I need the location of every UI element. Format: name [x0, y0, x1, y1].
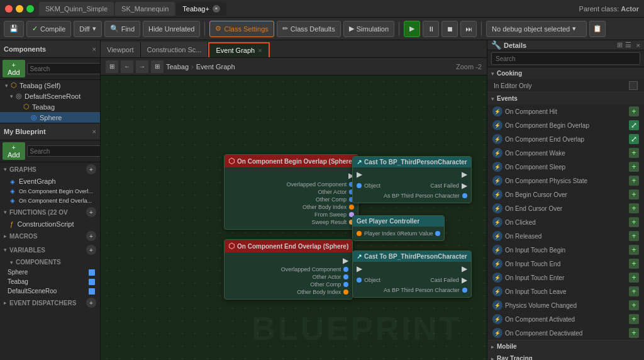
graphs-section-header[interactable]: ▾ GRAPHS +: [0, 162, 100, 176]
event-component-activated[interactable]: ⚡ On Component Activated +: [487, 312, 644, 326]
tab-construction-script[interactable]: Construction Sc...: [141, 42, 209, 57]
skip-button[interactable]: ⏭: [460, 21, 477, 37]
tree-item-sphere[interactable]: ▸ ◎ Sphere: [0, 112, 100, 123]
event-input-touch-begin[interactable]: ⚡ On Input Touch Begin +: [487, 243, 644, 257]
add-released-button[interactable]: +: [629, 231, 639, 241]
event-on-component-sleep[interactable]: ⚡ On Component Sleep +: [487, 160, 644, 174]
diff-button[interactable]: Diff ▾: [74, 21, 101, 37]
find-button[interactable]: 🔍 Find: [104, 21, 140, 37]
simulation-button[interactable]: ▶ Simulation: [343, 21, 394, 37]
graph-item-begin-overlap[interactable]: ◈ On Component Begin Overl...: [0, 186, 100, 196]
back-button[interactable]: ⊞: [106, 60, 118, 73]
event-on-component-end-overlap[interactable]: ⚡ On Component End Overlap ⤢: [487, 132, 644, 146]
details-search-input[interactable]: [491, 52, 640, 65]
add-deactivated-button[interactable]: +: [629, 328, 639, 338]
add-function-button[interactable]: +: [86, 207, 96, 217]
node-get-player-controller[interactable]: Get Player Controller Player Index 0 Ret…: [352, 215, 445, 241]
class-defaults-button[interactable]: ✏ Class Defaults: [277, 21, 341, 37]
add-touch-end-button[interactable]: +: [629, 259, 639, 269]
tree-item-teabag-self[interactable]: ▾ ⬡ Teabag (Self): [0, 80, 100, 91]
add-event-button[interactable]: +: [629, 106, 639, 116]
blueprint-canvas[interactable]: ⬡ On Component Begin Overlap (Sphere) ▶ …: [101, 76, 487, 360]
add-wake-button[interactable]: +: [629, 148, 639, 158]
add-begin-cursor-button[interactable]: +: [629, 189, 639, 200]
event-end-cursor-over[interactable]: ⚡ On End Cursor Over +: [487, 201, 644, 215]
add-clicked-button[interactable]: +: [629, 217, 639, 227]
functions-section-header[interactable]: ▾ FUNCTIONS (22 Ov +: [0, 205, 100, 219]
graph-item-eventgraph[interactable]: ◈ EventGraph: [0, 176, 100, 186]
event-input-touch-leave[interactable]: ⚡ On Input Touch Leave +: [487, 284, 644, 298]
add-end-cursor-button[interactable]: +: [629, 203, 639, 213]
var-sphere[interactable]: Sphere: [0, 267, 100, 277]
event-on-component-begin-overlap[interactable]: ⚡ On Component Begin Overlap ⤢: [487, 118, 644, 132]
mobile-section-header[interactable]: ▸ Mobile: [487, 340, 644, 352]
tab-close-icon[interactable]: ×: [213, 5, 220, 13]
pause-button[interactable]: ⏸: [423, 21, 439, 37]
node-cast-end[interactable]: ↗ Cast To BP_ThirdPersonCharacter ▶▶ Obj…: [352, 250, 472, 298]
node-cast-begin[interactable]: ↗ Cast To BP_ThirdPersonCharacter ▶▶ Obj…: [352, 156, 472, 203]
save-button[interactable]: 💾: [4, 21, 24, 37]
event-input-touch-enter[interactable]: ⚡ On Input Touch Enter +: [487, 271, 644, 284]
macros-section-header[interactable]: ▸ MACROS +: [0, 229, 100, 243]
add-graph-button[interactable]: +: [86, 164, 96, 174]
event-clicked[interactable]: ⚡ On Clicked +: [487, 215, 644, 229]
event-component-deactivated[interactable]: ⚡ On Component Deactivated +: [487, 326, 644, 340]
nav-right-button[interactable]: →: [136, 60, 148, 73]
class-settings-button[interactable]: ⚙ Class Settings: [209, 21, 274, 37]
add-begin-overlap-button[interactable]: ⤢: [629, 120, 639, 130]
blueprint-search-input[interactable]: [27, 145, 101, 157]
tab-sk-mannequin[interactable]: SK_Mannequin: [115, 2, 175, 16]
add-touch-begin-button[interactable]: +: [629, 245, 639, 255]
minimize-button[interactable]: [16, 5, 23, 13]
hide-unrelated-button[interactable]: Hide Unrelated: [143, 21, 200, 37]
components-search-input[interactable]: [27, 63, 101, 74]
function-item-constructionscript[interactable]: ƒ ConstructionScript: [0, 219, 100, 229]
components-var-section[interactable]: ▾ Components: [0, 257, 100, 267]
add-macro-button[interactable]: +: [86, 231, 96, 241]
add-end-overlap-button[interactable]: ⤢: [629, 134, 639, 144]
tab-event-graph[interactable]: Event Graph ×: [208, 42, 269, 57]
variables-section-header[interactable]: ▾ VARIABLES +: [0, 243, 100, 257]
tree-item-teabag[interactable]: ▸ ⬡ Teabag: [0, 101, 100, 112]
tab-skm-quinn[interactable]: SKM_Quinn_Simple: [39, 2, 114, 16]
compile-button[interactable]: ✓ Compile: [26, 21, 71, 37]
add-physics-button[interactable]: +: [629, 176, 639, 186]
my-blueprint-close-icon[interactable]: ×: [92, 128, 96, 135]
events-section-header[interactable]: ▾ Events: [487, 93, 644, 104]
node-end-overlap[interactable]: ⬡ On Component End Overlap (Sphere) ▶ Ov…: [224, 239, 353, 300]
add-touch-leave-button[interactable]: +: [629, 286, 639, 296]
stop-button[interactable]: ⏹: [441, 21, 458, 37]
graph-item-end-overlap[interactable]: ◈ On Component End Overla...: [0, 196, 100, 205]
add-sleep-button[interactable]: +: [629, 162, 639, 172]
details-list-icon[interactable]: ☰: [625, 41, 631, 49]
event-on-component-wake[interactable]: ⚡ On Component Wake +: [487, 146, 644, 160]
event-on-component-hit[interactable]: ⚡ On Component Hit +: [487, 104, 644, 118]
add-activated-button[interactable]: +: [629, 314, 639, 324]
close-button[interactable]: [5, 5, 13, 13]
event-physics-volume[interactable]: ⚡ Physics Volume Changed +: [487, 298, 644, 312]
tree-item-defaultsceneroot[interactable]: ▾ ◎ DefaultSceneRoot: [0, 91, 100, 101]
var-teabag[interactable]: Teabag: [0, 277, 100, 286]
add-blueprint-button[interactable]: + Add: [3, 142, 25, 160]
add-event-dispatcher-button[interactable]: +: [86, 298, 96, 308]
play-button[interactable]: ▶: [404, 21, 420, 37]
add-component-button[interactable]: + Add: [3, 60, 25, 77]
debug-object-dropdown[interactable]: No debug object selected ▾: [486, 21, 587, 37]
event-released[interactable]: ⚡ On Released +: [487, 229, 644, 243]
maximize-button[interactable]: [26, 5, 34, 13]
tab-teabag[interactable]: Teabag+ ×: [176, 2, 226, 16]
add-physics-volume-button[interactable]: +: [629, 300, 639, 310]
event-input-touch-end[interactable]: ⚡ On Input Touch End +: [487, 257, 644, 271]
debug-extra-button[interactable]: 📋: [589, 21, 606, 37]
add-variable-button[interactable]: +: [86, 245, 96, 255]
components-close-icon[interactable]: ×: [92, 45, 96, 53]
ray-tracing-section-header[interactable]: ▸ Ray Tracing: [487, 352, 644, 360]
details-grid-icon[interactable]: ⊞: [617, 41, 623, 49]
tab-viewport[interactable]: Viewport: [101, 42, 141, 57]
var-defaultsceneroot[interactable]: DefaultSceneRoo: [0, 286, 100, 296]
event-begin-cursor-over[interactable]: ⚡ On Begin Cursor Over +: [487, 188, 644, 201]
details-close-icon[interactable]: ×: [636, 42, 640, 49]
add-touch-enter-button[interactable]: +: [629, 273, 639, 283]
node-begin-overlap[interactable]: ⬡ On Component Begin Overlap (Sphere) ▶ …: [224, 154, 358, 230]
editor-only-checkbox[interactable]: [629, 81, 638, 90]
